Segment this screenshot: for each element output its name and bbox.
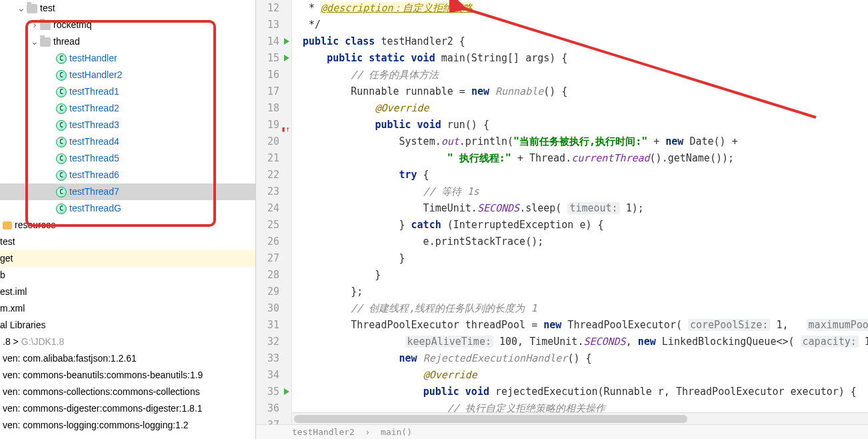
run-gutter-icon[interactable] (284, 55, 289, 61)
line-number[interactable]: 28 (256, 267, 291, 284)
folder-icon (27, 4, 37, 13)
line-number[interactable]: 24 (256, 200, 291, 217)
tree-node-test[interactable]: test (0, 234, 255, 250)
line-number[interactable]: 13 (256, 17, 291, 33)
code-line[interactable]: public static void main(String[] args) { (292, 50, 868, 67)
java-class-icon (56, 137, 67, 147)
tree-file-testHandler[interactable]: testHandler (0, 50, 255, 67)
scrollbar-thumb[interactable] (294, 415, 687, 423)
code-area[interactable]: * @description：自定义拒绝策略 */public class te… (292, 0, 868, 412)
code-line[interactable]: public class testHandler2 { (292, 33, 868, 50)
tree-lib[interactable]: ven: commons-collections:commons-collect… (0, 384, 255, 400)
code-line[interactable]: * @description：自定义拒绝策略 (292, 0, 868, 17)
line-number[interactable]: 22 (256, 167, 291, 183)
code-line[interactable]: } (292, 267, 868, 284)
code-line[interactable]: try { (292, 167, 868, 183)
tree-lib[interactable]: ven: commons-logging:commons-logging:1.2 (0, 417, 255, 434)
line-number[interactable]: 37 (256, 417, 291, 424)
tree-folder-test[interactable]: ⌄test (0, 0, 255, 17)
horizontal-scrollbar[interactable] (292, 412, 868, 424)
code-line[interactable]: public void run() { (292, 117, 868, 133)
breadcrumb-class[interactable]: testHandler2 (292, 427, 355, 437)
line-number[interactable]: 17 (256, 83, 291, 100)
tree-label: est.iml (0, 284, 27, 300)
line-number[interactable]: 31 (256, 317, 291, 334)
tree-file-testThread5[interactable]: testThread5 (0, 150, 255, 167)
tree-file-testThread7[interactable]: testThread7 (0, 183, 255, 200)
code-line[interactable]: e.printStackTrace(); (292, 234, 868, 250)
code-line[interactable]: ThreadPoolExecutor threadPool = new Thre… (292, 317, 868, 334)
line-number[interactable]: 27 (256, 250, 291, 267)
line-number[interactable]: 14 (256, 33, 291, 50)
line-number[interactable]: 29 (256, 284, 291, 300)
line-number[interactable]: 33 (256, 350, 291, 367)
tree-node-m.xml[interactable]: m.xml (0, 300, 255, 317)
tree-label: test (0, 234, 15, 250)
java-class-icon (56, 87, 67, 97)
line-number[interactable]: 16 (256, 67, 291, 83)
tree-file-testHandler2[interactable]: testHandler2 (0, 67, 255, 83)
line-number[interactable]: 21 (256, 150, 291, 167)
tree-file-testThreadG[interactable]: testThreadG (0, 200, 255, 217)
code-line[interactable]: public void rejectedExecution(Runnable r… (292, 384, 868, 400)
code-line[interactable]: } catch (InterruptedException e) { (292, 217, 868, 234)
tree-folder-rocketmq[interactable]: ›rocketmq (0, 17, 255, 33)
code-line[interactable]: // 等待 1s (292, 183, 868, 200)
line-number[interactable]: 32 (256, 334, 291, 350)
line-number[interactable]: 15 (256, 50, 291, 67)
code-line[interactable]: System.out.println("当前任务被执行,执行时间:" + new… (292, 133, 868, 150)
tree-lib[interactable]: ven: com.alibaba:fastjson:1.2.61 (0, 350, 255, 367)
tree-lib[interactable]: ven: commons-beanutils:commons-beanutils… (0, 367, 255, 384)
line-number[interactable]: 30 (256, 300, 291, 317)
tree-node-get[interactable]: get (0, 250, 255, 267)
run-gutter-icon[interactable] (284, 388, 289, 395)
code-line[interactable]: // 任务的具体方法 (292, 67, 868, 83)
java-class-icon (56, 153, 67, 164)
code-line[interactable]: TimeUnit.SECONDS.sleep( timeout: 1); (292, 200, 868, 217)
tree-file-testThread4[interactable]: testThread4 (0, 133, 255, 150)
tree-file-testThread6[interactable]: testThread6 (0, 167, 255, 183)
tree-file-testThread2[interactable]: testThread2 (0, 100, 255, 117)
tree-node-al Libraries[interactable]: al Libraries (0, 317, 255, 334)
tree-node-est.iml[interactable]: est.iml (0, 284, 255, 300)
line-number[interactable]: 26 (256, 234, 291, 250)
folder-icon (40, 37, 51, 47)
tree-node-b[interactable]: b (0, 267, 255, 284)
chevron-down-icon[interactable]: ⌄ (29, 33, 40, 50)
tree-jdk[interactable]: .8 >G:\JDK1.8 (0, 334, 255, 350)
line-number[interactable]: 12 (256, 0, 291, 17)
chevron-down-icon[interactable]: ⌄ (16, 0, 27, 17)
code-line[interactable]: Runnable runnable = new Runnable() { (292, 83, 868, 100)
code-line[interactable]: " 执行线程:" + Thread.currentThread().getNam… (292, 150, 868, 167)
tree-folder-thread[interactable]: ⌄thread (0, 33, 255, 50)
code-line[interactable]: */ (292, 17, 868, 33)
java-class-icon (56, 170, 67, 181)
breadcrumb[interactable]: testHandler2 › main() (256, 424, 868, 439)
tree-label: ven: commons-logging:commons-logging:1.2 (3, 417, 189, 434)
chevron-right-icon[interactable]: › (29, 17, 40, 33)
editor-gutter[interactable]: 1213141516171819▮↑2021222324252627282930… (256, 0, 292, 424)
code-line[interactable]: @Override (292, 100, 868, 117)
code-line[interactable]: keepAliveTime: 100, TimeUnit.SECONDS, ne… (292, 334, 868, 350)
line-number[interactable]: 34 (256, 367, 291, 384)
code-line[interactable]: // 执行自定义拒绝策略的相关操作 (292, 400, 868, 412)
line-number[interactable]: 35 (256, 384, 291, 400)
line-number[interactable]: 20 (256, 133, 291, 150)
breadcrumb-method[interactable]: main() (381, 427, 412, 437)
line-number[interactable]: 25 (256, 217, 291, 234)
code-line[interactable]: @Override (292, 367, 868, 384)
line-number[interactable]: 23 (256, 183, 291, 200)
tree-file-testThread1[interactable]: testThread1 (0, 83, 255, 100)
run-gutter-icon[interactable] (284, 38, 289, 45)
code-line[interactable]: } (292, 250, 868, 267)
code-line[interactable]: }; (292, 284, 868, 300)
line-number[interactable]: 18 (256, 100, 291, 117)
tree-lib[interactable]: ven: commons-digester:commons-digester:1… (0, 400, 255, 417)
tree-file-testThread3[interactable]: testThread3 (0, 117, 255, 133)
line-number[interactable]: 19▮↑ (256, 117, 291, 133)
code-line[interactable]: new RejectedExecutionHandler() { (292, 350, 868, 367)
line-number[interactable]: 36 (256, 400, 291, 417)
project-tree-panel: ⌄test›rocketmq⌄threadtestHandlertestHand… (0, 0, 256, 439)
tree-folder-resources[interactable]: resources (0, 217, 255, 234)
code-line[interactable]: // 创建线程,线程的任务队列的长度为 1 (292, 300, 868, 317)
